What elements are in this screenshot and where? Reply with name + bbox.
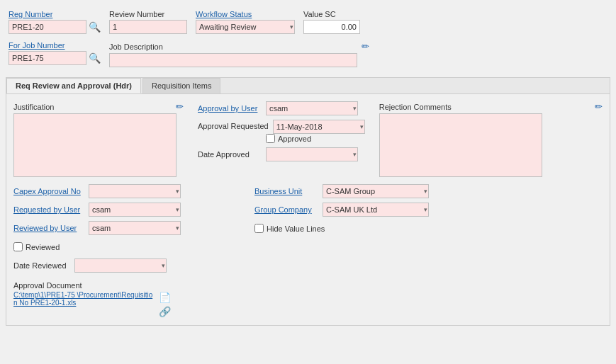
approved-checkbox-row: Approved [266, 134, 365, 143]
approval-date-select-wrapper: 11-May-2018 ▾ [273, 120, 365, 134]
second-row: For Job Number PRE1-75 🔍 Job Description… [6, 41, 610, 72]
justification-edit-icon[interactable]: ✏ [176, 101, 184, 112]
reviewed-row: Reviewed [13, 242, 198, 251]
value-sc-input[interactable]: 0.00 [303, 20, 360, 34]
business-unit-label[interactable]: Business Unit [254, 187, 318, 195]
approval-date-row: Approval Requested 11-May-2018 ▾ [198, 120, 365, 134]
reg-number-input-row: PRE1-20 🔍 [9, 20, 101, 34]
content-panel: Justification ✏ Approval by User csam ad… [6, 93, 610, 326]
justification-label: Justification [13, 103, 54, 111]
hide-value-lines-checkbox[interactable] [254, 224, 264, 233]
requested-by-user-select-wrapper: csam admin ▾ [89, 203, 181, 217]
approved-label: Approved [278, 135, 311, 143]
group-company-label[interactable]: Group Company [254, 205, 318, 214]
tab-hdr[interactable]: Req Review and Approval (Hdr) [6, 78, 141, 93]
tabs-container: Req Review and Approval (Hdr) Requisitio… [6, 77, 610, 93]
approval-requested-label: Approval Requested [198, 122, 269, 131]
date-approved-label: Date Approved [198, 150, 262, 159]
tabs-row: Req Review and Approval (Hdr) Requisitio… [6, 78, 610, 93]
hide-value-lines-label: Hide Value Lines [267, 224, 325, 233]
date-reviewed-row: Date Reviewed ▾ [13, 258, 198, 273]
approval-doc-row: C:\temp\1\PRE1-75 \Procurement\Requisiti… [13, 291, 198, 318]
capex-approval-label[interactable]: Capex Approval No [13, 187, 84, 195]
for-job-number-input-row: PRE1-75 🔍 [9, 51, 101, 65]
rejection-section: Rejection Comments ✏ [379, 101, 603, 177]
workflow-status-group: Workflow Status Awaiting Review Approved… [196, 10, 295, 34]
value-sc-group: Value SC 0.00 [303, 10, 360, 34]
date-reviewed-select-wrapper: ▾ [74, 258, 167, 273]
justification-label-row: Justification ✏ [13, 101, 184, 112]
approved-checkbox[interactable] [266, 134, 275, 143]
capex-approval-select[interactable] [89, 184, 181, 198]
rejection-comments-label: Rejection Comments [379, 103, 452, 111]
group-company-row: Group Company C-SAM UK Ltd ▾ [254, 203, 603, 217]
review-number-input[interactable]: 1 [109, 20, 187, 34]
date-approved-select-wrapper: ▾ [266, 147, 358, 161]
reg-number-input[interactable]: PRE1-20 [9, 20, 86, 34]
rejection-comments-textarea[interactable] [379, 113, 542, 177]
job-description-edit-icon[interactable]: ✏ [362, 41, 369, 52]
doc-file-icon[interactable]: 📄 [158, 291, 171, 304]
content-row: Justification ✏ Approval by User csam ad… [13, 101, 603, 177]
justification-section: Justification ✏ [13, 101, 184, 177]
date-approved-row: Date Approved ▾ [198, 147, 365, 161]
review-number-group: Review Number 1 [109, 10, 187, 34]
reg-number-label[interactable]: Reg Number [9, 10, 101, 18]
reg-number-group: Reg Number PRE1-20 🔍 [9, 10, 101, 34]
approval-requested-block: Approval Requested 11-May-2018 ▾ Approve… [198, 120, 365, 143]
approval-by-user-label[interactable]: Approval by User [198, 104, 262, 113]
capex-approval-select-wrapper: ▾ [89, 184, 181, 198]
review-number-label: Review Number [109, 10, 187, 18]
approval-date-select[interactable]: 11-May-2018 [273, 120, 365, 134]
job-description-group: Job Description ✏ [109, 41, 369, 67]
for-job-number-group: For Job Number PRE1-75 🔍 [9, 41, 101, 65]
business-unit-select-wrapper: C-SAM Group ▾ [323, 184, 429, 198]
rejection-label-row: Rejection Comments ✏ [379, 101, 603, 112]
group-company-select[interactable]: C-SAM UK Ltd [323, 203, 429, 217]
date-reviewed-select[interactable] [74, 258, 167, 273]
reviewed-by-user-select-wrapper: csam admin ▾ [89, 221, 181, 235]
business-unit-select[interactable]: C-SAM Group [323, 184, 429, 198]
right-col: Business Unit C-SAM Group ▾ Group Compan… [254, 184, 603, 318]
value-sc-label: Value SC [303, 10, 360, 18]
approval-document-section: Approval Document C:\temp\1\PRE1-75 \Pro… [13, 281, 198, 318]
approval-by-user-select-wrapper: csam admin ▾ [266, 101, 358, 115]
date-approved-select[interactable] [266, 147, 358, 161]
date-reviewed-label: Date Reviewed [13, 261, 70, 270]
doc-attachment-icon[interactable]: 🔗 [158, 305, 171, 318]
doc-path-link[interactable]: C:\temp\1\PRE1-75 \Procurement\Requisiti… [13, 291, 155, 307]
for-job-number-search-icon[interactable]: 🔍 [88, 52, 101, 64]
requested-by-user-select[interactable]: csam admin [89, 203, 181, 217]
reviewed-label: Reviewed [26, 243, 60, 251]
reviewed-by-user-row: Reviewed by User csam admin ▾ [13, 221, 198, 235]
job-description-label: Job Description [109, 42, 163, 51]
reviewed-by-user-select[interactable]: csam admin [89, 221, 181, 235]
requested-by-user-row: Requested by User csam admin ▾ [13, 203, 198, 217]
approval-by-user-select[interactable]: csam admin [266, 101, 358, 115]
hide-value-lines-row: Hide Value Lines [254, 224, 603, 233]
business-unit-row: Business Unit C-SAM Group ▾ [254, 184, 603, 198]
bottom-section: Capex Approval No ▾ Requested by User cs… [13, 184, 603, 318]
capex-approval-row: Capex Approval No ▾ [13, 184, 198, 198]
for-job-number-input[interactable]: PRE1-75 [9, 51, 86, 65]
approval-by-user-row: Approval by User csam admin ▾ [198, 101, 365, 115]
reviewed-checkbox[interactable] [13, 242, 23, 251]
reviewed-by-user-label[interactable]: Reviewed by User [13, 224, 84, 232]
for-job-number-label[interactable]: For Job Number [9, 41, 101, 50]
requested-by-user-label[interactable]: Requested by User [13, 205, 84, 214]
approval-section: Approval by User csam admin ▾ Approval R… [198, 101, 365, 161]
workflow-status-label[interactable]: Workflow Status [196, 10, 295, 18]
workflow-status-select[interactable]: Awaiting Review Approved Rejected [196, 20, 295, 34]
reg-number-search-icon[interactable]: 🔍 [88, 21, 101, 33]
left-col: Capex Approval No ▾ Requested by User cs… [13, 184, 198, 318]
top-section: Reg Number PRE1-20 🔍 Review Number 1 Wor… [6, 6, 610, 38]
group-company-select-wrapper: C-SAM UK Ltd ▾ [323, 203, 429, 217]
approval-document-label: Approval Document [13, 281, 82, 290]
job-description-input[interactable] [109, 53, 357, 67]
workflow-status-select-wrapper: Awaiting Review Approved Rejected ▾ [196, 20, 295, 34]
main-container: Reg Number PRE1-20 🔍 Review Number 1 Wor… [0, 0, 616, 331]
rejection-edit-icon[interactable]: ✏ [595, 101, 603, 112]
tab-requisition-items[interactable]: Requisition Items [142, 78, 220, 93]
justification-textarea[interactable] [13, 113, 177, 177]
job-desc-label-row: Job Description ✏ [109, 41, 369, 52]
